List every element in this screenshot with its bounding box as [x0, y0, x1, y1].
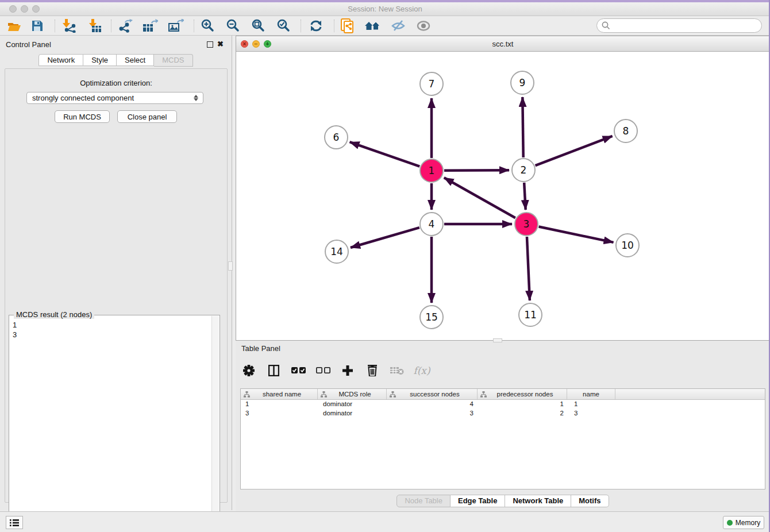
zoom-selected-icon[interactable] [274, 18, 294, 34]
task-history-button[interactable] [6, 516, 23, 529]
table-cell[interactable]: dominator [318, 400, 388, 409]
import-table-icon[interactable] [85, 18, 105, 34]
memory-button[interactable]: Memory [723, 516, 764, 529]
table-cell[interactable]: 3 [569, 409, 618, 418]
tab-style[interactable]: Style [83, 54, 117, 66]
node-table[interactable]: shared nameMCDS rolesuccessor nodesprede… [240, 388, 765, 489]
graph-node-4[interactable]: 4 [419, 212, 444, 236]
control-panel-tabs: NetworkStyleSelectMCDS [0, 54, 232, 67]
vertical-splitter-grip[interactable] [228, 261, 233, 271]
table-cell[interactable]: 1 [479, 400, 569, 409]
window-title: Session: New Session [0, 2, 770, 16]
table-cell[interactable]: 3 [388, 409, 479, 418]
edge-3-10[interactable] [539, 227, 614, 242]
minimize-traffic-light[interactable] [21, 5, 28, 13]
table-panel: Table Panel ✖ f(x) shared nameMCDS roles… [236, 341, 770, 511]
search-input[interactable] [613, 20, 761, 32]
export-table-icon[interactable] [140, 18, 160, 34]
edge-2-9[interactable] [522, 97, 523, 157]
export-image-icon[interactable] [166, 18, 186, 34]
close-panel-button[interactable]: Close panel [117, 110, 177, 123]
column-header-predecessor-nodes[interactable]: predecessor nodes [478, 389, 567, 399]
mcds-panel: Optimization criterion: strongly connect… [5, 68, 228, 503]
graph-node-9[interactable]: 9 [510, 71, 534, 95]
graph-node-2[interactable]: 2 [511, 158, 536, 182]
table-cell[interactable]: dominator [318, 409, 388, 418]
zoom-in-icon[interactable] [198, 18, 218, 34]
column-header-successor-nodes[interactable]: successor nodes [387, 389, 478, 399]
graph-node-15[interactable]: 15 [419, 305, 444, 329]
close-panel-icon[interactable]: ✖ [217, 40, 224, 48]
table-cell[interactable]: 1 [241, 400, 318, 409]
table-cell[interactable]: 4 [388, 400, 479, 409]
table-cell[interactable]: 3 [241, 409, 318, 418]
graph-node-3[interactable]: 3 [514, 212, 538, 236]
network-close-icon[interactable]: × [241, 40, 248, 48]
deselect-all-icon[interactable] [315, 363, 330, 378]
optimization-criterion-label: Optimization criterion: [5, 79, 227, 87]
zoom-out-icon[interactable] [224, 18, 243, 34]
result-scrollbar[interactable] [211, 316, 219, 529]
table-row[interactable]: 3dominator323 [241, 409, 765, 418]
network-minimize-icon[interactable]: − [252, 40, 260, 48]
network-canvas[interactable]: 7968124314101511 [236, 52, 769, 340]
delete-table-icon[interactable] [390, 363, 405, 378]
edge-3-11[interactable] [527, 237, 530, 300]
edge-1-6[interactable] [350, 142, 420, 166]
table-cell[interactable]: 2 [479, 409, 569, 418]
column-header-MCDS-role[interactable]: MCDS role [318, 389, 387, 399]
run-mcds-button[interactable]: Run MCDS [55, 110, 110, 123]
graph-node-8[interactable]: 8 [614, 119, 638, 143]
show-all-icon[interactable] [414, 18, 433, 34]
column-header-label: successor nodes [410, 391, 459, 398]
tab-network[interactable]: Network [38, 54, 83, 66]
edge-2-8[interactable] [536, 136, 613, 165]
first-neighbors-icon[interactable] [363, 18, 383, 34]
tab-network-table[interactable]: Network Table [505, 495, 571, 507]
select-all-icon[interactable] [291, 363, 306, 378]
horizontal-splitter-grip[interactable] [493, 338, 502, 342]
function-builder-icon[interactable]: f(x) [414, 363, 429, 378]
edge-1-2[interactable] [444, 170, 509, 171]
refresh-layout-icon[interactable] [306, 18, 326, 34]
graph-node-1[interactable]: 1 [419, 159, 444, 183]
table-cell[interactable]: 1 [569, 400, 618, 409]
toolbar-separator [55, 20, 55, 32]
network-maximize-icon[interactable]: + [264, 40, 271, 48]
column-header-shared-name[interactable]: shared name [241, 389, 318, 399]
table-settings-icon[interactable] [241, 363, 256, 378]
save-session-icon[interactable] [28, 18, 47, 34]
column-header-name[interactable]: name [567, 389, 615, 399]
add-row-icon[interactable] [340, 363, 355, 378]
tab-motifs[interactable]: Motifs [571, 495, 609, 507]
graph-node-6[interactable]: 6 [324, 125, 348, 149]
tab-edge-table[interactable]: Edge Table [451, 495, 505, 507]
duplicate-network-icon[interactable] [338, 18, 357, 34]
criterion-select[interactable]: strongly connected component [26, 92, 203, 104]
search-icon [602, 21, 610, 30]
zoom-fit-icon[interactable] [249, 18, 268, 34]
table-row[interactable]: 1dominator411 [241, 400, 765, 409]
graph-node-14[interactable]: 14 [325, 240, 349, 264]
zoom-traffic-light[interactable] [32, 5, 40, 13]
tab-node-table[interactable]: Node Table [396, 495, 451, 507]
import-network-icon[interactable] [59, 18, 79, 34]
edge-3-1[interactable] [444, 178, 515, 218]
tab-select[interactable]: Select [117, 54, 154, 66]
toggle-columns-icon[interactable] [266, 363, 281, 378]
graph-node-11[interactable]: 11 [518, 303, 542, 327]
delete-rows-icon[interactable] [365, 363, 380, 378]
criterion-value: strongly connected component [32, 94, 134, 102]
graph-node-7[interactable]: 7 [419, 72, 444, 96]
edge-2-3[interactable] [524, 183, 526, 210]
hide-selected-icon[interactable] [388, 18, 408, 34]
float-panel-icon[interactable] [207, 41, 213, 48]
open-session-icon[interactable] [5, 18, 24, 34]
edge-4-14[interactable] [351, 228, 419, 248]
network-window-titlebar[interactable]: × − + scc.txt [236, 36, 769, 52]
search-box[interactable] [596, 18, 762, 33]
close-traffic-light[interactable] [9, 5, 17, 13]
graph-node-10[interactable]: 10 [615, 233, 640, 257]
export-network-icon[interactable] [116, 18, 135, 34]
tab-mcds[interactable]: MCDS [154, 54, 192, 67]
